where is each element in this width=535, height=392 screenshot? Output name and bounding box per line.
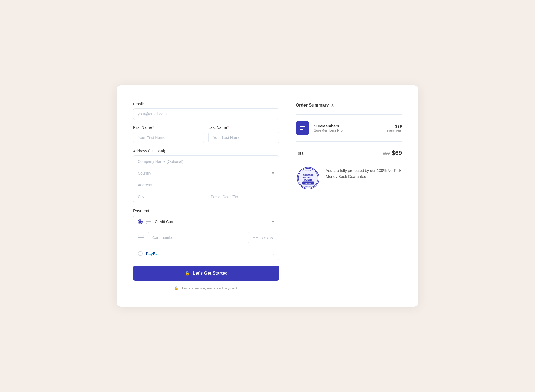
paypal-option[interactable]: PayPal › [133,247,279,260]
product-plan: SureMembers Pro [314,128,382,132]
address-block: Country United States United Kingdom Can… [133,155,279,203]
address-field-group: Address (Optional) Country United States… [133,149,279,203]
address-input[interactable] [133,179,279,191]
guarantee-row: ★ ★ ★ RISK FREE MONEY BACK 14 days SECUR… [296,166,402,191]
submit-button[interactable]: 🔒 Let's Get Started [133,266,279,281]
svg-text:★ ★ ★: ★ ★ ★ [305,169,311,172]
email-label: Email* [133,102,279,106]
credit-card-icon [146,220,151,224]
summary-divider-top [296,114,402,115]
chevron-right-icon: › [273,251,275,256]
total-row: Total $99 $69 [296,148,402,157]
new-price: $69 [392,149,402,157]
paypal-radio[interactable] [138,251,143,256]
first-name-label: First Name* [133,125,204,130]
credit-card-option[interactable]: Credit Card [133,215,279,228]
secure-lock-icon: 🔒 [174,286,178,290]
product-price-amount: $99 [387,124,402,129]
mini-card-icon [138,235,144,240]
email-field-group: Email* [133,102,279,120]
payment-field-group: Payment Credit Card MM / YY CVC [133,208,279,260]
money-back-svg: ★ ★ ★ RISK FREE MONEY BACK 14 days SECUR… [296,166,320,191]
payment-box: Credit Card MM / YY CVC PayPal › [133,215,279,260]
chevron-down-icon [271,220,275,223]
city-input[interactable] [133,191,206,203]
country-select[interactable]: Country United States United Kingdom Can… [133,167,279,179]
summary-divider-bottom [296,141,402,142]
name-row: First Name* Last Name* [133,125,279,143]
svg-text:BACK: BACK [304,178,312,181]
card-number-input[interactable] [148,232,249,243]
card-meta: MM / YY CVC [252,236,274,240]
old-price: $99 [383,151,390,155]
payment-label: Payment [133,208,279,213]
product-info: SureMembers SureMembers Pro [314,124,382,132]
zip-input[interactable] [206,191,279,203]
address-label: Address (Optional) [133,149,279,153]
company-input[interactable] [133,156,279,167]
first-name-field-group: First Name* [133,125,204,143]
first-name-input[interactable] [133,132,204,143]
product-name: SureMembers [314,124,382,128]
last-name-field-group: Last Name* [208,125,279,143]
credit-card-radio[interactable] [138,219,143,224]
last-name-label: Last Name* [208,125,279,130]
suremembers-icon [299,124,306,132]
card-input-row: MM / YY CVC [133,228,279,247]
total-label: Total [296,151,305,155]
credit-card-label: Credit Card [155,220,268,224]
city-zip-row [133,191,279,203]
order-summary-section: Order Summary ∧ SureMembers SureMembers … [296,102,402,290]
product-price-period: every year [387,129,402,132]
summary-title: Order Summary ∧ [296,103,402,108]
form-section: Email* First Name* Last Name* Address (O… [133,102,279,290]
last-name-input[interactable] [208,132,279,143]
lock-icon: 🔒 [185,271,190,276]
product-price: $99 every year [387,124,402,132]
money-back-badge: ★ ★ ★ RISK FREE MONEY BACK 14 days SECUR… [296,166,320,191]
chevron-up-icon: ∧ [331,103,334,107]
svg-text:SECURED 2024 2025: SECURED 2024 2025 [302,186,314,187]
guarantee-text: You are fully protected by our 100% No-R… [326,166,402,180]
secure-text: 🔒 This is a secure, encrypted payment. [133,286,279,290]
product-icon [296,121,309,135]
paypal-logo: PayPal [146,251,159,256]
submit-button-label: Let's Get Started [193,271,228,276]
email-input[interactable] [133,108,279,120]
product-row: SureMembers SureMembers Pro $99 every ye… [296,121,402,135]
checkout-card: Email* First Name* Last Name* Address (O… [117,85,418,307]
svg-text:14 days: 14 days [305,183,311,184]
total-prices: $99 $69 [383,149,402,157]
